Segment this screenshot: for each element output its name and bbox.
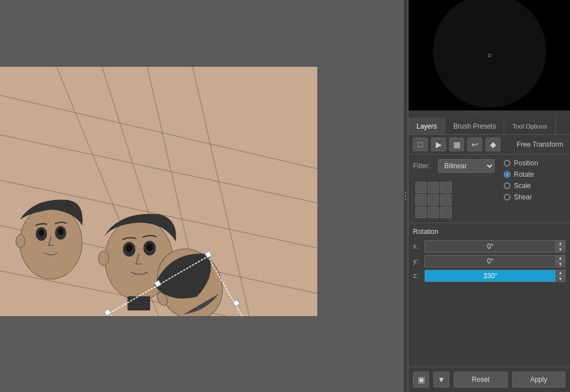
rotation-section: Rotation x: ▲ ▼ y: ▲ ▼ (409, 223, 570, 289)
radio-position[interactable]: Position (504, 159, 538, 167)
rotation-z-label: z: (413, 272, 424, 280)
filter-label: Filter: (413, 162, 433, 170)
rotation-title: Rotation (413, 228, 565, 236)
canvas-content (0, 67, 317, 316)
toolbar-icons-row: □ ▶ ▦ ↩ ◆ Free Transform (409, 135, 570, 155)
svg-point-13 (58, 228, 63, 235)
rotation-z-spinners: ▲ ▼ (555, 270, 565, 282)
grid-cell-3[interactable] (415, 194, 427, 206)
right-panel: · · · · · · · Layers Brush Presets Tool … (408, 0, 570, 392)
middle-section: Filter: Bilinear Bicubic Nearest Neighbo… (409, 155, 570, 223)
panel-tabs: Layers Brush Presets Tool Options (409, 118, 570, 135)
radio-shear[interactable]: Shear (504, 193, 538, 201)
svg-rect-21 (127, 296, 150, 310)
radio-position-label: Position (514, 159, 538, 167)
panel-divider: · · · · · · · (409, 110, 570, 118)
rotation-x-down[interactable]: ▼ (555, 246, 565, 253)
svg-point-12 (39, 229, 44, 236)
tab-tool-options[interactable]: Tool Options (504, 118, 555, 134)
grid-cell-2[interactable] (440, 182, 452, 193)
radio-scale-circle (504, 182, 511, 189)
rotation-z-down[interactable]: ▼ (555, 276, 565, 282)
brush-center-dot (488, 54, 491, 57)
rotation-x-spinners: ▲ ▼ (555, 240, 565, 253)
radio-position-circle (504, 160, 511, 167)
svg-point-9 (20, 206, 82, 279)
grid-cell-5[interactable] (440, 194, 452, 206)
reset-button[interactable]: Reset (454, 372, 508, 387)
rotation-z-input[interactable] (424, 270, 565, 282)
play-icon[interactable]: ▶ (431, 138, 446, 151)
rotation-z-input-wrap: ▲ ▼ (424, 270, 565, 282)
options-icon[interactable]: ▼ (433, 372, 449, 387)
rotation-x-up[interactable]: ▲ (555, 240, 565, 246)
grid-cell-7[interactable] (428, 207, 439, 218)
svg-rect-25 (104, 309, 111, 316)
apply-button[interactable]: Apply (512, 372, 566, 387)
svg-line-4 (0, 95, 317, 169)
transform-square-icon[interactable]: ▣ (413, 372, 429, 387)
curve-icon[interactable]: ↩ (467, 138, 482, 151)
svg-point-19 (146, 243, 153, 251)
filter-row: Filter: Bilinear Bicubic Nearest Neighbo… (413, 159, 495, 173)
rotation-x-input-wrap: ▲ ▼ (424, 240, 565, 253)
svg-line-5 (0, 135, 317, 203)
rotation-z-up[interactable]: ▲ (555, 270, 565, 276)
radio-shear-label: Shear (514, 193, 532, 201)
radio-rotate-circle (504, 171, 511, 178)
rotation-y-input-wrap: ▲ ▼ (424, 255, 565, 267)
rotation-y-up[interactable]: ▲ (555, 255, 565, 261)
panel-resize-handle[interactable] (403, 0, 408, 392)
grid-cell-8[interactable] (440, 207, 452, 218)
radio-rotate-label: Rotate (514, 171, 534, 178)
rotation-y-label: y: (413, 257, 424, 265)
svg-rect-32 (233, 300, 240, 306)
spacer (409, 289, 570, 367)
filter-select[interactable]: Bilinear Bicubic Nearest Neighbor (438, 159, 495, 173)
tab-brush-presets[interactable]: Brush Presets (445, 118, 504, 134)
grid-cell-0[interactable] (415, 182, 427, 193)
svg-point-20 (99, 251, 109, 266)
rotation-y-input[interactable] (424, 255, 565, 267)
left-middle-controls: Filter: Bilinear Bicubic Nearest Neighbo… (413, 159, 495, 218)
canvas-area (0, 0, 408, 392)
brush-preview (409, 0, 570, 110)
rotation-x-row: x: ▲ ▼ (413, 240, 565, 253)
rect-tool-icon[interactable]: □ (413, 138, 428, 151)
radio-scale-label: Scale (514, 182, 531, 190)
grid-icon[interactable]: ▦ (449, 138, 464, 151)
drop-icon[interactable]: ◆ (486, 138, 500, 151)
radio-shear-circle (504, 194, 511, 201)
rotation-y-spinners: ▲ ▼ (555, 255, 565, 267)
tab-layers[interactable]: Layers (409, 118, 445, 134)
rotation-z-row: z: ▲ ▼ (413, 270, 565, 282)
rotation-y-row: y: ▲ ▼ (413, 255, 565, 267)
transform-label: Free Transform (504, 140, 565, 148)
grid-cell-4[interactable] (428, 194, 439, 206)
svg-point-14 (16, 235, 25, 248)
bottom-buttons: ▣ ▼ Reset Apply (409, 367, 570, 392)
rotation-y-down[interactable]: ▼ (555, 261, 565, 267)
grid-cell-1[interactable] (428, 182, 439, 193)
transform-mode-options: Position Rotate Scale Shear (504, 159, 538, 201)
radio-scale[interactable]: Scale (504, 182, 538, 190)
rotation-x-input[interactable] (424, 240, 565, 253)
svg-point-18 (126, 244, 133, 252)
interpolation-grid (415, 182, 495, 218)
grid-cell-6[interactable] (415, 207, 427, 218)
rotation-x-label: x: (413, 242, 424, 250)
manga-canvas (0, 67, 317, 316)
radio-rotate[interactable]: Rotate (504, 171, 538, 178)
